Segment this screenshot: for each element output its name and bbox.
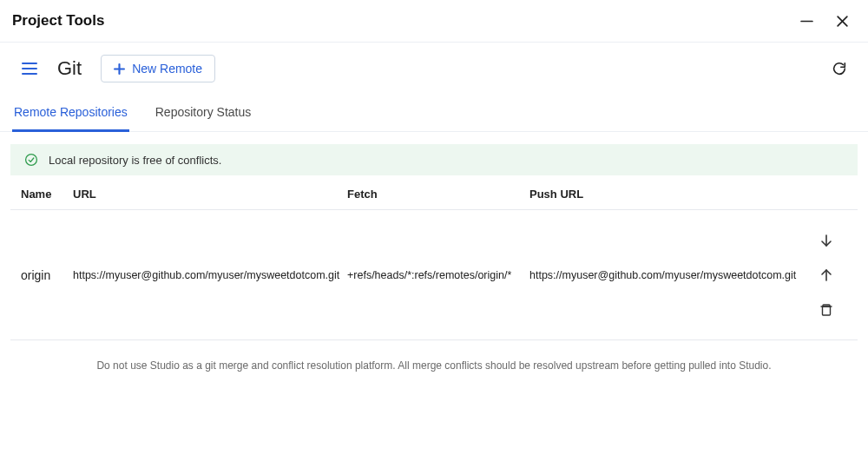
col-header-name: Name: [21, 188, 73, 201]
hamburger-icon: [21, 62, 38, 76]
svg-rect-11: [823, 307, 831, 315]
cell-name: origin: [21, 268, 73, 282]
status-banner: Local repository is free of conflicts.: [10, 144, 858, 175]
plus-icon: [114, 63, 125, 75]
tab-bar: Remote Repositories Repository Status: [0, 95, 868, 132]
refresh-button[interactable]: [832, 61, 847, 76]
table-header-row: Name URL Fetch Push URL: [10, 175, 858, 210]
remote-table: Name URL Fetch Push URL origin https://m…: [0, 175, 868, 340]
table-row: origin https://myuser@github.com/myuser/…: [10, 210, 858, 340]
check-circle-icon: [24, 153, 38, 167]
cell-fetch: +refs/heads/*:refs/remotes/origin/*: [347, 269, 529, 281]
cell-url: https://myuser@github.com/myuser/mysweet…: [73, 269, 347, 281]
window-minimize-button[interactable]: [800, 15, 813, 28]
toolbar: Git New Remote: [0, 43, 868, 95]
pull-button[interactable]: [819, 233, 834, 248]
footer-note: Do not use Studio as a git merge and con…: [0, 340, 868, 391]
new-remote-label: New Remote: [132, 62, 202, 76]
tab-repository-status[interactable]: Repository Status: [154, 95, 253, 132]
window-close-button[interactable]: [836, 15, 849, 28]
col-header-url: URL: [73, 188, 347, 201]
trash-icon: [819, 302, 834, 318]
window-title: Project Tools: [12, 12, 104, 30]
close-icon: [836, 15, 849, 28]
push-button[interactable]: [819, 267, 834, 283]
row-actions: [806, 233, 847, 318]
status-banner-message: Local repository is free of conflicts.: [49, 154, 221, 167]
svg-point-8: [26, 155, 37, 166]
window-titlebar: Project Tools: [0, 0, 868, 43]
col-header-push-url: Push URL: [529, 188, 847, 201]
col-header-fetch: Fetch: [347, 188, 529, 201]
minimize-icon: [800, 15, 813, 28]
arrow-down-icon: [819, 233, 834, 248]
tab-remote-repositories[interactable]: Remote Repositories: [12, 95, 129, 132]
refresh-icon: [832, 61, 847, 76]
page-heading: Git: [57, 57, 82, 80]
arrow-up-icon: [819, 267, 834, 283]
menu-button[interactable]: [21, 62, 38, 76]
cell-push-url: https://myuser@github.com/myuser/mysweet…: [529, 269, 806, 281]
delete-remote-button[interactable]: [819, 302, 834, 318]
new-remote-button[interactable]: New Remote: [101, 55, 215, 82]
window-controls: [800, 15, 849, 28]
